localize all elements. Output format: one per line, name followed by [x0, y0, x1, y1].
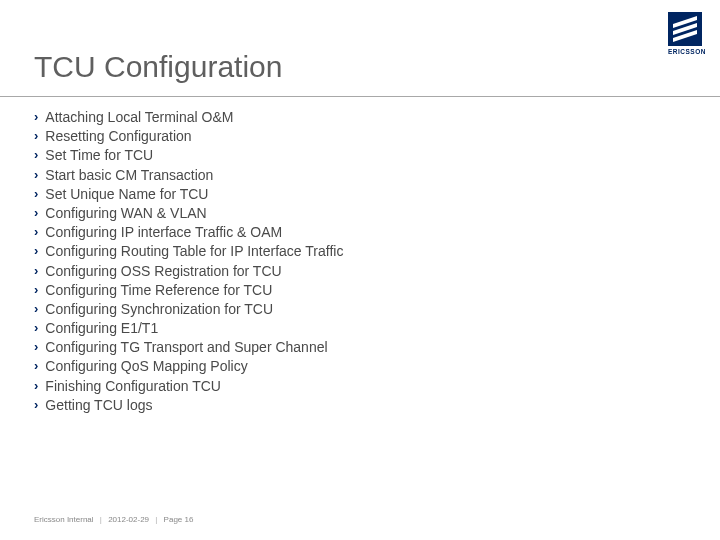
chevron-right-icon: ›: [34, 358, 38, 375]
ericsson-logo-text: ERICSSON: [668, 48, 702, 55]
list-item: ›Attaching Local Terminal O&M: [34, 108, 660, 126]
chevron-right-icon: ›: [34, 186, 38, 203]
title-divider: [0, 96, 720, 97]
chevron-right-icon: ›: [34, 224, 38, 241]
chevron-right-icon: ›: [34, 128, 38, 145]
list-item-text: Finishing Configuration TCU: [45, 377, 221, 395]
chevron-right-icon: ›: [34, 263, 38, 280]
list-item: ›Configuring Time Reference for TCU: [34, 281, 660, 299]
list-item: ›Configuring OSS Registration for TCU: [34, 262, 660, 280]
list-item: ›Resetting Configuration: [34, 127, 660, 145]
list-item: ›Configuring TG Transport and Super Chan…: [34, 338, 660, 356]
chevron-right-icon: ›: [34, 378, 38, 395]
list-item-text: Configuring E1/T1: [45, 319, 158, 337]
list-item-text: Set Unique Name for TCU: [45, 185, 208, 203]
list-item-text: Configuring QoS Mapping Policy: [45, 357, 247, 375]
list-item-text: Configuring WAN & VLAN: [45, 204, 206, 222]
list-item-text: Attaching Local Terminal O&M: [45, 108, 233, 126]
list-item-text: Resetting Configuration: [45, 127, 191, 145]
list-item: ›Configuring Synchronization for TCU: [34, 300, 660, 318]
list-item: ›Configuring WAN & VLAN: [34, 204, 660, 222]
list-item: ›Start basic CM Transaction: [34, 166, 660, 184]
chevron-right-icon: ›: [34, 320, 38, 337]
list-item-text: Configuring Synchronization for TCU: [45, 300, 273, 318]
chevron-right-icon: ›: [34, 397, 38, 414]
list-item-text: Configuring Routing Table for IP Interfa…: [45, 242, 343, 260]
chevron-right-icon: ›: [34, 147, 38, 164]
list-item: ›Configuring E1/T1: [34, 319, 660, 337]
list-item-text: Getting TCU logs: [45, 396, 152, 414]
list-item: ›Configuring QoS Mapping Policy: [34, 357, 660, 375]
chevron-right-icon: ›: [34, 205, 38, 222]
chevron-right-icon: ›: [34, 167, 38, 184]
chevron-right-icon: ›: [34, 301, 38, 318]
chevron-right-icon: ›: [34, 109, 38, 126]
list-item: ›Getting TCU logs: [34, 396, 660, 414]
chevron-right-icon: ›: [34, 243, 38, 260]
ericsson-logo-mark: [668, 12, 702, 46]
list-item: ›Configuring IP interface Traffic & OAM: [34, 223, 660, 241]
list-item-text: Configuring TG Transport and Super Chann…: [45, 338, 327, 356]
list-item: ›Set Time for TCU: [34, 146, 660, 164]
list-item: ›Configuring Routing Table for IP Interf…: [34, 242, 660, 260]
list-item-text: Configuring IP interface Traffic & OAM: [45, 223, 282, 241]
list-item-text: Set Time for TCU: [45, 146, 153, 164]
page-title: TCU Configuration: [34, 50, 282, 84]
footer-date: 2012-02-29: [108, 515, 149, 524]
list-item-text: Start basic CM Transaction: [45, 166, 213, 184]
chevron-right-icon: ›: [34, 282, 38, 299]
list-item-text: Configuring OSS Registration for TCU: [45, 262, 281, 280]
footer-page-label: Page: [164, 515, 185, 524]
list-item: ›Set Unique Name for TCU: [34, 185, 660, 203]
list-item: ›Finishing Configuration TCU: [34, 377, 660, 395]
list-item-text: Configuring Time Reference for TCU: [45, 281, 272, 299]
footer: Ericsson Internal | 2012-02-29 | Page 16: [34, 515, 193, 524]
footer-page-number: 16: [185, 515, 194, 524]
footer-classification: Ericsson Internal: [34, 515, 94, 524]
bullet-list: ›Attaching Local Terminal O&M›Resetting …: [34, 108, 660, 415]
ericsson-logo: ERICSSON: [668, 12, 702, 55]
chevron-right-icon: ›: [34, 339, 38, 356]
